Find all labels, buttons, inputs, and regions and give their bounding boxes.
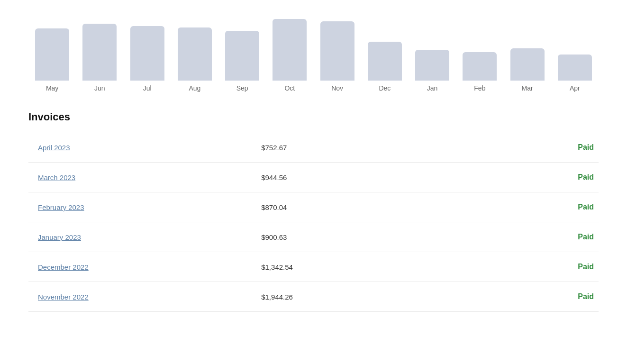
invoice-amount: $870.04 [256, 192, 484, 222]
chart-bar-oct[interactable]: Oct [266, 19, 313, 92]
table-row: November 2022$1,944.26Paid [28, 282, 599, 312]
invoice-period-link[interactable]: February 2023 [38, 203, 84, 211]
bar-label: May [46, 84, 58, 92]
invoice-period-link[interactable]: January 2023 [38, 233, 81, 241]
chart-bar-jun[interactable]: Jun [76, 24, 123, 92]
chart-bar-sep[interactable]: Sep [218, 31, 266, 92]
invoice-period-link[interactable]: March 2023 [38, 173, 75, 182]
chart-bar-dec[interactable]: Dec [361, 42, 409, 92]
chart-bar-jul[interactable]: Jul [124, 26, 171, 92]
invoice-amount: $1,342.54 [256, 252, 484, 282]
status-badge: Paid [578, 292, 594, 300]
bar-rect [273, 19, 307, 81]
invoices-heading: Invoices [28, 111, 599, 123]
chart-bar-feb[interactable]: Feb [456, 52, 503, 92]
bar-rect [178, 27, 212, 81]
table-row: January 2023$900.63Paid [28, 222, 599, 252]
status-badge: Paid [578, 203, 594, 211]
table-row: April 2023$752.67Paid [28, 133, 599, 163]
bar-rect [510, 48, 545, 81]
bar-label: Jun [94, 84, 105, 92]
chart-bar-aug[interactable]: Aug [171, 27, 218, 92]
status-badge: Paid [578, 263, 594, 271]
bar-label: Aug [189, 84, 200, 92]
bar-rect [320, 21, 354, 81]
bar-label: Jan [427, 84, 438, 92]
bar-label: Mar [522, 84, 533, 92]
bar-label: Feb [474, 84, 485, 92]
invoice-period-link[interactable]: November 2022 [38, 293, 89, 301]
chart-bar-apr[interactable]: Apr [551, 55, 599, 92]
chart-bar-jan[interactable]: Jan [409, 50, 456, 92]
status-badge: Paid [578, 173, 594, 181]
bar-label: Sep [236, 84, 248, 92]
invoice-amount: $944.56 [256, 163, 484, 192]
bar-label: Nov [331, 84, 343, 92]
invoice-period-link[interactable]: December 2022 [38, 263, 89, 271]
status-badge: Paid [578, 143, 594, 151]
chart-bar-mar[interactable]: Mar [504, 48, 551, 92]
invoice-amount: $1,944.26 [256, 282, 484, 312]
table-row: February 2023$870.04Paid [28, 192, 599, 222]
table-row: December 2022$1,342.54Paid [28, 252, 599, 282]
invoices-table: April 2023$752.67PaidMarch 2023$944.56Pa… [28, 133, 599, 312]
bar-rect [368, 42, 402, 81]
monthly-chart: MayJunJulAugSepOctNovDecJanFebMarApr [28, 14, 599, 92]
bar-label: Apr [570, 84, 580, 92]
bar-rect [130, 26, 164, 81]
chart-bar-nov[interactable]: Nov [314, 21, 361, 92]
bar-label: Oct [284, 84, 295, 92]
invoice-amount: $752.67 [256, 133, 484, 163]
bar-rect [558, 55, 592, 81]
status-badge: Paid [578, 233, 594, 241]
table-row: March 2023$944.56Paid [28, 163, 599, 192]
bar-rect [463, 52, 497, 81]
invoice-period-link[interactable]: April 2023 [38, 144, 70, 152]
bar-label: Jul [143, 84, 152, 92]
invoice-amount: $900.63 [256, 222, 484, 252]
bar-rect [225, 31, 259, 81]
bar-rect [82, 24, 117, 81]
bar-rect [35, 28, 69, 81]
chart-bar-may[interactable]: May [28, 28, 76, 92]
bar-rect [415, 50, 449, 81]
bar-label: Dec [379, 84, 391, 92]
